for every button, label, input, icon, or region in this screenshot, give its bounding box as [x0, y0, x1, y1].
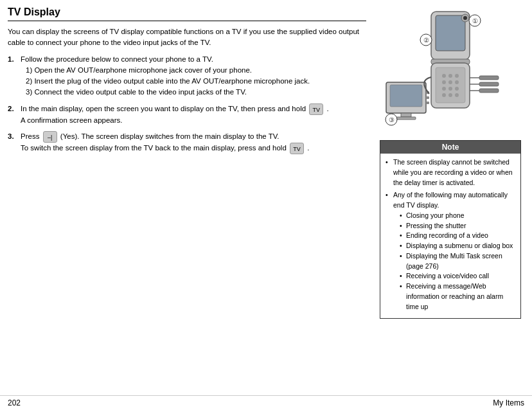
- svg-rect-32: [479, 76, 499, 80]
- substep-1-1: 1) Open the AV OUT/earphone microphone j…: [26, 65, 366, 76]
- svg-point-11: [448, 80, 452, 84]
- note-box: Note • The screen display cannot be swit…: [380, 140, 521, 319]
- phone-svg: ① ② ③: [380, 6, 521, 135]
- svg-point-10: [442, 80, 446, 84]
- note-bullet-2-content: Any of the following may automatically e…: [393, 190, 515, 312]
- svg-point-17: [448, 93, 452, 97]
- sub-bullet-6: • Receiving a voice/video call: [400, 271, 515, 281]
- svg-rect-28: [426, 96, 429, 99]
- svg-rect-33: [479, 82, 499, 86]
- step-1: 1. Follow the procedure below to connect…: [8, 54, 366, 98]
- note-header: Note: [380, 141, 520, 154]
- svg-point-15: [455, 87, 459, 91]
- step-3-after: (Yes). The screen display switches from …: [60, 132, 279, 140]
- step-3-extra: To switch the screen display from the TV…: [21, 144, 287, 152]
- step-2-content: In the main display, open the screen you…: [21, 103, 366, 126]
- hold-icon: TV: [309, 103, 323, 115]
- svg-rect-6: [436, 67, 465, 103]
- svg-rect-26: [396, 117, 416, 120]
- intro-text: You can display the screens of TV displa…: [8, 26, 366, 49]
- step-3-period: .: [307, 144, 309, 152]
- step-3-number: 3.: [8, 131, 18, 154]
- sub-bullet-1: • Closing your phone: [400, 211, 515, 221]
- bullet-dot-1: •: [386, 157, 393, 188]
- footer-page-number: 202: [8, 398, 21, 407]
- page-footer: 202 My Items: [0, 395, 532, 410]
- svg-point-18: [455, 93, 459, 97]
- step-1-main: Follow the procedure below to connect yo…: [21, 55, 213, 63]
- svg-point-12: [455, 80, 459, 84]
- sub-bullet-4: • Displaying a submenu or dialog box: [400, 241, 515, 251]
- svg-point-16: [442, 93, 446, 97]
- svg-point-14: [448, 87, 452, 91]
- substep-1-3: 3) Connect the video output cable to the…: [26, 87, 366, 98]
- phone-illustration: ① ② ③: [380, 6, 521, 135]
- sub-bullet-7: • Receiving a message/Web information or…: [400, 281, 515, 312]
- step-2: 2. In the main display, open the screen …: [8, 103, 366, 126]
- svg-rect-34: [479, 89, 499, 93]
- step-2-extra: A confirmation screen appears.: [21, 116, 123, 124]
- sub-bullet-2: • Pressing the shutter: [400, 221, 515, 231]
- step-1-content: Follow the procedure below to connect yo…: [21, 54, 366, 98]
- note-bullet-2: • Any of the following may automatically…: [386, 190, 515, 312]
- substep-1-1-text: 1) Open the AV OUT/earphone microphone j…: [26, 65, 252, 76]
- page-container: TV Display You can display the screens o…: [0, 0, 532, 395]
- footer-section: My Items: [493, 398, 524, 407]
- right-column: ① ② ③: [377, 6, 524, 389]
- svg-point-13: [442, 87, 446, 91]
- svg-text:②: ②: [423, 37, 429, 44]
- step-3-main: Press: [21, 132, 39, 140]
- svg-point-9: [455, 74, 459, 78]
- step-2-main: In the main display, open the screen you…: [21, 105, 306, 112]
- page-title: TV Display: [8, 6, 366, 21]
- sub-bullet-3: • Ending recording of a video: [400, 231, 515, 241]
- substep-1-2-text: 2) Insert the plug of the video output c…: [26, 76, 310, 87]
- substep-1-2: 2) Insert the plug of the video output c…: [26, 76, 366, 87]
- svg-point-7: [442, 74, 446, 78]
- note-content: • The screen display cannot be switched …: [380, 154, 520, 318]
- svg-rect-25: [401, 113, 411, 117]
- note-bullet-1-text: The screen display cannot be switched wh…: [393, 157, 515, 188]
- yes-icon: –|: [43, 131, 57, 143]
- svg-rect-24: [390, 85, 422, 107]
- end-icon: TV: [290, 143, 304, 154]
- svg-point-8: [448, 74, 452, 78]
- sub-bullet-5: • Displaying the Multi Task screen (page…: [400, 251, 515, 272]
- left-column: TV Display You can display the screens o…: [8, 6, 377, 389]
- substep-1-3-text: 3) Connect the video output cable to the…: [26, 87, 247, 98]
- svg-rect-1: [436, 15, 465, 51]
- step-3: 3. Press –| (Yes). The screen display sw…: [8, 131, 366, 154]
- note-bullet-2-text: Any of the following may automatically e…: [393, 191, 508, 209]
- svg-point-3: [463, 16, 467, 20]
- note-bullet-1: • The screen display cannot be switched …: [386, 157, 515, 188]
- step-3-content: Press –| (Yes). The screen display switc…: [21, 131, 366, 154]
- sub-bullets: • Closing your phone • Pressing the shut…: [400, 211, 515, 312]
- step-2-after: .: [327, 105, 329, 112]
- bullet-dot-2: •: [386, 190, 393, 312]
- svg-text:①: ①: [472, 17, 478, 24]
- step-2-number: 2.: [8, 103, 18, 126]
- svg-text:③: ③: [389, 116, 395, 123]
- svg-rect-29: [426, 102, 429, 104]
- step-1-number: 1.: [8, 54, 18, 98]
